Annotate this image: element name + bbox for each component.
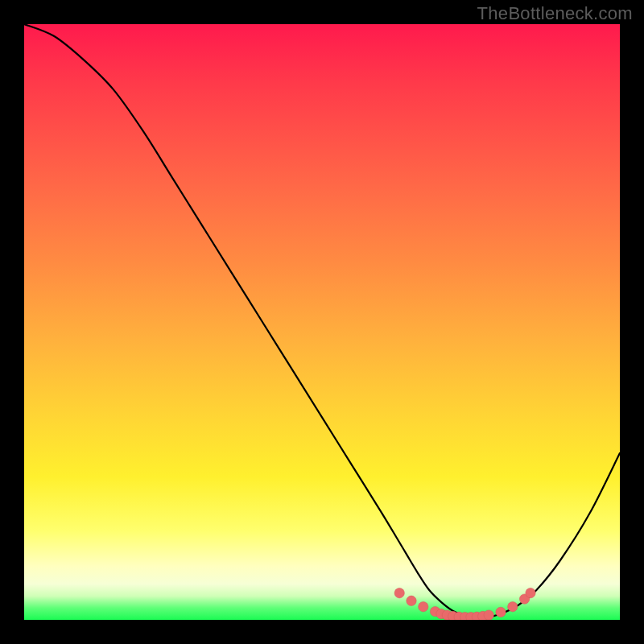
chart-frame: TheBottleneck.com [0,0,644,644]
chart-svg [24,24,620,620]
highlight-dot [394,588,404,598]
highlight-dot [526,588,535,598]
highlight-dot [419,602,428,612]
highlight-dot [508,602,518,612]
highlight-dot [496,607,506,617]
plot-area [24,24,620,620]
highlight-dot [484,610,493,620]
bottleneck-curve [24,24,620,617]
watermark: TheBottleneck.com [477,3,633,24]
minimum-band-dots [394,588,535,621]
highlight-dot [407,596,416,605]
